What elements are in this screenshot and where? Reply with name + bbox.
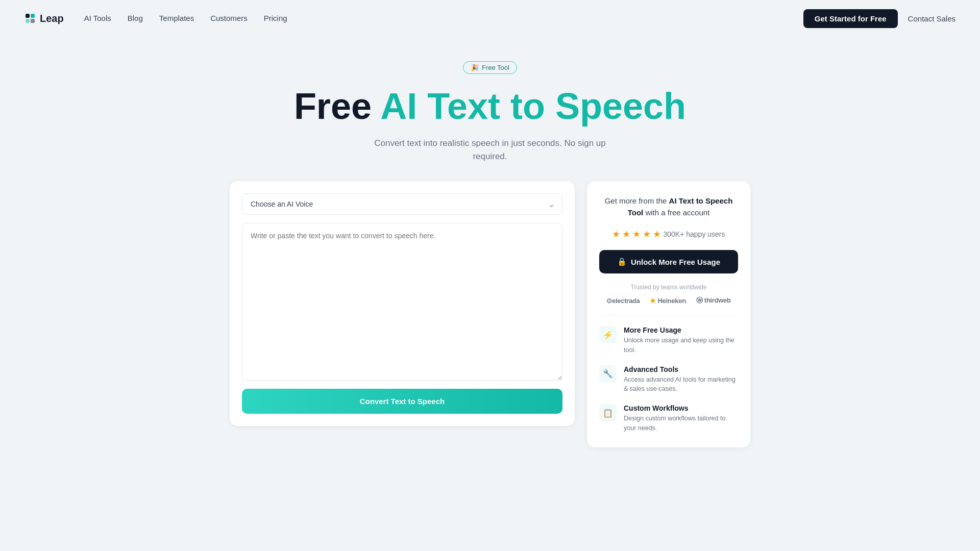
feature-list: ⚡ More Free Usage Unlock more usage and … <box>599 326 738 433</box>
sidebar-headline-plain: Get more from the <box>605 196 669 205</box>
navbar-left: Leap AI Tools Blog Templates Customers P… <box>24 13 287 24</box>
sidebar-card: Get more from the AI Text to Speech Tool… <box>587 181 750 447</box>
convert-button[interactable]: Convert Text to Speech <box>242 389 562 414</box>
hero-badge: 🎉 Free Tool <box>463 61 517 74</box>
feature-custom-workflows-text: Custom Workflows Design custom workflows… <box>624 404 738 433</box>
nav-customers[interactable]: Customers <box>210 14 248 22</box>
star-3: ★ <box>632 229 641 240</box>
feature-more-usage-title: More Free Usage <box>624 326 738 334</box>
trusted-label: Trusted by teams worldwide <box>599 284 738 291</box>
text-input[interactable] <box>242 223 562 381</box>
hero-title-plain: Free <box>294 86 380 127</box>
feature-advanced-tools-title: Advanced Tools <box>624 365 738 373</box>
trusted-section: Trusted by teams worldwide ⊙electrada ★ … <box>599 284 738 305</box>
tool-card: Choose an AI Voice Convert Text to Speec… <box>230 181 575 426</box>
nav-blog[interactable]: Blog <box>128 14 143 22</box>
feature-more-usage: ⚡ More Free Usage Unlock more usage and … <box>599 326 738 355</box>
rating-label: 300K+ happy users <box>663 230 725 238</box>
feature-custom-workflows-title: Custom Workflows <box>624 404 738 412</box>
navbar: Leap AI Tools Blog Templates Customers P… <box>0 0 980 37</box>
feature-custom-workflows-desc: Design custom workflows tailored to your… <box>624 414 738 433</box>
navbar-right: Get Started for Free Contact Sales <box>803 9 955 28</box>
nav-templates[interactable]: Templates <box>159 14 194 22</box>
nav-ai-tools[interactable]: AI Tools <box>84 14 111 22</box>
feature-custom-workflows: 📋 Custom Workflows Design custom workflo… <box>599 404 738 433</box>
brand-logos: ⊙electrada ★ Heineken ⓦ thirdweb <box>599 296 738 305</box>
divider <box>599 315 738 316</box>
star-4: ★ <box>643 229 651 240</box>
get-started-button[interactable]: Get Started for Free <box>803 9 898 28</box>
hero-title-colored: AI Text to Speech <box>380 86 686 127</box>
sidebar-headline: Get more from the AI Text to Speech Tool… <box>599 195 738 218</box>
nav-links: AI Tools Blog Templates Customers Pricin… <box>84 14 287 23</box>
hero-title: Free AI Text to Speech <box>294 86 686 127</box>
brand-heineken: ★ Heineken <box>650 297 685 305</box>
feature-more-usage-desc: Unlock more usage and keep using the too… <box>624 336 738 355</box>
svg-rect-2 <box>26 19 30 23</box>
star-5: ★ <box>653 229 661 240</box>
clipboard-icon: 📋 <box>599 404 617 421</box>
sidebar-headline-suffix: with a free account <box>643 208 709 217</box>
feature-advanced-tools: 🔧 Advanced Tools Access advanced AI tool… <box>599 365 738 394</box>
voice-select[interactable]: Choose an AI Voice <box>242 193 562 215</box>
feature-advanced-tools-text: Advanced Tools Access advanced AI tools … <box>624 365 738 394</box>
star-1: ★ <box>612 229 620 240</box>
star-2: ★ <box>622 229 630 240</box>
wrench-icon: 🔧 <box>599 365 617 383</box>
badge-icon: 🎉 <box>471 64 479 71</box>
unlock-button-label: Unlock More Free Usage <box>631 258 720 266</box>
nav-pricing[interactable]: Pricing <box>264 14 287 22</box>
logo[interactable]: Leap <box>24 13 64 24</box>
hero-subtitle: Convert text into realistic speech in ju… <box>368 137 612 163</box>
hero-section: 🎉 Free Tool Free AI Text to Speech Conve… <box>0 37 980 181</box>
feature-more-usage-text: More Free Usage Unlock more usage and ke… <box>624 326 738 355</box>
main-content: Choose an AI Voice Convert Text to Speec… <box>209 181 771 478</box>
svg-rect-1 <box>31 14 35 18</box>
flash-icon: ⚡ <box>599 326 617 343</box>
logo-icon <box>24 13 36 24</box>
contact-sales-link[interactable]: Contact Sales <box>908 14 955 23</box>
brand-thirdweb: ⓦ thirdweb <box>696 296 731 305</box>
badge-text: Free Tool <box>482 64 509 71</box>
brand-electrada: ⊙electrada <box>606 297 640 305</box>
svg-rect-0 <box>26 14 30 18</box>
stars-row: ★ ★ ★ ★ ★ 300K+ happy users <box>599 229 738 240</box>
lock-icon: 🔒 <box>617 257 627 266</box>
unlock-button[interactable]: 🔒 Unlock More Free Usage <box>599 250 738 273</box>
feature-advanced-tools-desc: Access advanced AI tools for marketing &… <box>624 375 738 394</box>
svg-rect-3 <box>31 19 35 23</box>
voice-select-wrapper: Choose an AI Voice <box>242 193 562 215</box>
